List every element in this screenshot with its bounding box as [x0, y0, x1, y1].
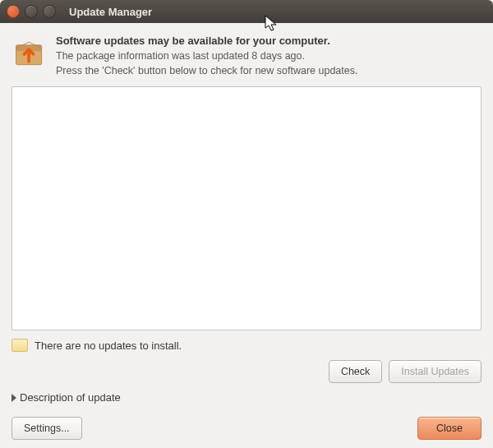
header-row: Software updates may be available for yo…	[12, 35, 481, 78]
content-area: Software updates may be available for yo…	[0, 23, 493, 448]
install-updates-button: Install Updates	[389, 360, 481, 383]
bottom-row: Settings... Close	[12, 417, 481, 440]
check-button[interactable]: Check	[329, 360, 382, 383]
close-button[interactable]: Close	[417, 417, 481, 440]
description-expander-label: Description of update	[20, 391, 121, 404]
updates-list[interactable]	[12, 86, 481, 330]
header-text: Software updates may be available for yo…	[56, 35, 481, 78]
header-subtext-2: Press the 'Check' button below to check …	[56, 64, 481, 79]
window-minimize-button[interactable]	[25, 5, 38, 18]
settings-button[interactable]: Settings...	[12, 417, 82, 440]
description-expander[interactable]: Description of update	[12, 391, 481, 404]
status-row: There are no updates to install.	[12, 339, 481, 352]
window-close-button[interactable]	[7, 5, 20, 18]
window-title: Update Manager	[69, 6, 152, 18]
folder-icon	[12, 339, 28, 352]
header-title: Software updates may be available for yo…	[56, 35, 481, 47]
package-update-icon	[12, 35, 48, 71]
header-subtext-1: The package information was last updated…	[56, 49, 481, 64]
action-row: Check Install Updates	[12, 360, 481, 383]
chevron-right-icon	[12, 394, 16, 402]
titlebar: Update Manager	[0, 0, 493, 23]
window-maximize-button[interactable]	[43, 5, 56, 18]
status-text: There are no updates to install.	[35, 339, 182, 352]
